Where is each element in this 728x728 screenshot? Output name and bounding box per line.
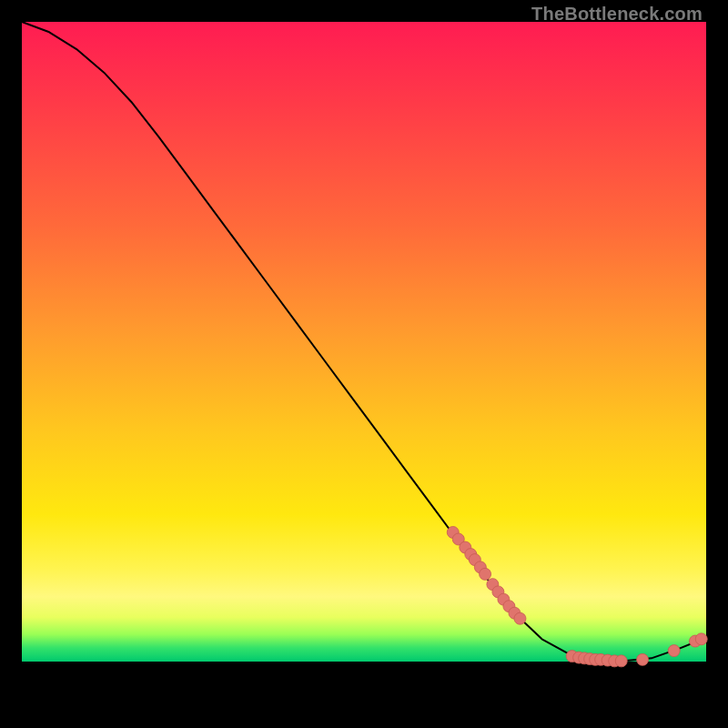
data-point — [637, 653, 649, 665]
bottleneck-curve — [22, 22, 706, 661]
data-point — [695, 633, 707, 645]
chart-container: TheBottleneck.com — [0, 0, 728, 728]
data-points-group — [447, 526, 707, 666]
data-point — [615, 655, 627, 667]
data-point — [668, 645, 680, 657]
plot-area — [22, 22, 706, 706]
data-point — [480, 568, 491, 580]
chart-svg — [22, 22, 706, 706]
data-point — [514, 612, 526, 624]
